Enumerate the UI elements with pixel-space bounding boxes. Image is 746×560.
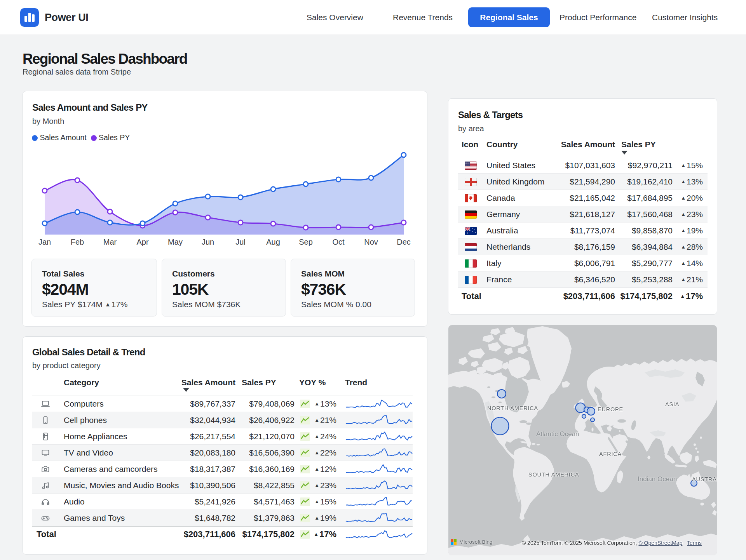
svg-text:Jan: Jan [38,238,51,246]
svg-text:Nov: Nov [364,238,378,246]
svg-text:Oct: Oct [332,238,345,246]
svg-text:Feb: Feb [71,238,84,246]
svg-text:Dec: Dec [397,238,411,246]
svg-text:Sep: Sep [299,238,313,246]
svg-text:Jul: Jul [235,238,246,246]
svg-text:Mar: Mar [103,238,117,246]
svg-text:Jun: Jun [202,238,214,246]
svg-text:May: May [168,238,183,246]
svg-text:Aug: Aug [266,238,280,246]
svg-text:Apr: Apr [136,238,148,246]
